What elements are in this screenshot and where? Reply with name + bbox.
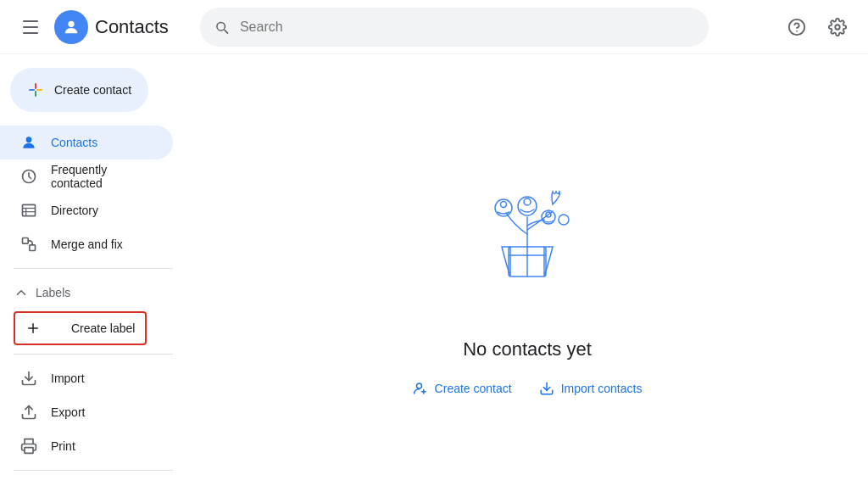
main-layout: Create contact Contacts Frequently conta… [0, 54, 868, 486]
print-icon [20, 438, 37, 455]
plus-icon [27, 81, 44, 98]
search-input[interactable] [240, 20, 695, 35]
empty-illustration [442, 145, 612, 318]
empty-create-contact-label: Create contact [435, 382, 512, 395]
create-contact-button[interactable]: Create contact [10, 68, 148, 112]
svg-rect-9 [23, 204, 36, 215]
person-add-icon [413, 381, 428, 396]
help-button[interactable] [780, 10, 814, 44]
import-contacts-label: Import contacts [561, 382, 643, 395]
create-label-text: Create label [71, 321, 136, 335]
search-bar[interactable] [200, 8, 709, 47]
sidebar-item-label-frequently: Frequently contacted [51, 163, 153, 190]
hamburger-icon [23, 20, 38, 34]
sidebar: Create contact Contacts Frequently conta… [0, 54, 186, 486]
plus-small-icon [25, 321, 41, 336]
svg-rect-4 [35, 91, 36, 97]
import-icon [20, 370, 37, 387]
svg-rect-5 [29, 89, 35, 91]
svg-point-26 [524, 198, 531, 205]
svg-point-30 [416, 383, 421, 388]
sidebar-item-label-import: Import [51, 371, 85, 385]
empty-create-contact-link[interactable]: Create contact [413, 381, 512, 396]
export-icon [20, 404, 37, 421]
svg-rect-3 [35, 83, 36, 89]
svg-rect-14 [30, 245, 36, 251]
sidebar-item-label-print: Print [51, 439, 75, 453]
svg-point-2 [796, 30, 798, 31]
merge-icon [20, 236, 37, 253]
chevron-up-icon [14, 285, 29, 300]
sidebar-item-label-contacts: Contacts [51, 136, 97, 149]
sidebar-divider-3 [14, 470, 173, 471]
app-title: Contacts [95, 16, 169, 38]
labels-section-title: Labels [36, 286, 70, 299]
sidebar-item-label-directory: Directory [51, 204, 98, 217]
empty-state-actions: Create contact Import contacts [413, 381, 643, 396]
header-right [780, 10, 854, 44]
sidebar-item-print[interactable]: Print [0, 429, 173, 463]
create-contact-label: Create contact [54, 83, 131, 97]
clock-icon [20, 168, 37, 185]
svg-point-7 [26, 137, 32, 142]
sidebar-divider-1 [14, 268, 173, 269]
create-label-container: Create label [0, 310, 186, 347]
sidebar-divider-2 [14, 354, 173, 355]
create-label-button[interactable]: Create label [14, 311, 147, 345]
main-content: No contacts yet Create contact Import co… [186, 54, 868, 486]
sidebar-item-directory[interactable]: Directory [0, 193, 173, 227]
header-left: Contacts [14, 10, 200, 44]
svg-rect-6 [36, 89, 42, 91]
import-contacts-icon [539, 381, 554, 396]
app-header: Contacts [0, 0, 868, 54]
svg-rect-13 [23, 238, 29, 244]
sidebar-item-export[interactable]: Export [0, 395, 173, 429]
sidebar-item-frequently-contacted[interactable]: Frequently contacted [0, 159, 173, 193]
settings-icon [828, 18, 847, 36]
sidebar-item-label-merge: Merge and fix [51, 237, 123, 251]
hamburger-button[interactable] [14, 10, 47, 44]
sidebar-item-label-export: Export [51, 405, 85, 419]
contacts-icon [20, 134, 37, 151]
sidebar-item-merge-fix[interactable]: Merge and fix [0, 227, 173, 261]
sidebar-item-import[interactable]: Import [0, 361, 173, 395]
sidebar-item-other-contacts[interactable]: Other contacts [0, 478, 173, 486]
svg-point-24 [501, 201, 507, 207]
svg-point-0 [68, 20, 74, 26]
help-icon [787, 18, 806, 36]
sidebar-item-contacts[interactable]: Contacts [0, 126, 173, 159]
search-icon [214, 19, 230, 36]
labels-section-header: Labels [0, 276, 186, 310]
svg-rect-18 [25, 448, 33, 454]
app-logo [54, 10, 88, 44]
svg-point-27 [559, 215, 569, 225]
empty-state-title: No contacts yet [463, 338, 592, 360]
import-contacts-link[interactable]: Import contacts [539, 381, 643, 396]
directory-icon [20, 202, 37, 219]
settings-button[interactable] [821, 10, 854, 44]
